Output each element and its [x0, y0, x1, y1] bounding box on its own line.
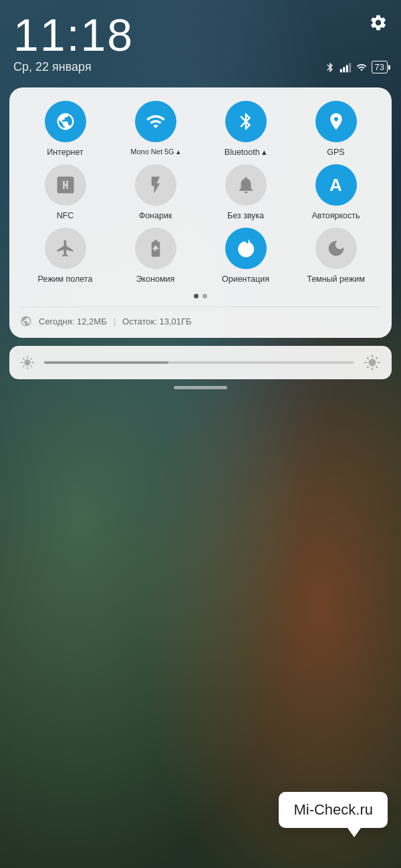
tile-gps[interactable]: GPS [291, 101, 381, 158]
tile-autobrightness-label: Автояркость [311, 211, 360, 221]
tile-battery-saver-circle [135, 228, 176, 269]
tile-gps-label: GPS [327, 148, 344, 158]
tile-nfc[interactable]: NFC [20, 164, 110, 221]
home-indicator [0, 386, 401, 389]
tile-airplane-label: Режим полета [38, 274, 93, 284]
tile-autobrightness[interactable]: A Автояркость [291, 164, 381, 221]
tile-internet-label: Интернет [47, 148, 84, 158]
page-dots [20, 294, 381, 298]
tile-silent[interactable]: Без звука [200, 164, 291, 221]
tile-flashlight-label: Фонарик [139, 211, 172, 221]
tile-wifi-circle [135, 101, 176, 142]
tile-airplane[interactable]: Режим полета [20, 228, 110, 284]
tile-flashlight-circle [135, 164, 176, 206]
dot-1 [194, 294, 198, 298]
tile-dark-mode-circle [315, 228, 357, 269]
tile-dark-mode[interactable]: Темный режим [291, 228, 381, 284]
tile-wifi-label: Mono Net 5G ▴ [130, 148, 180, 156]
brightness-fill [44, 361, 168, 364]
tile-wifi[interactable]: Mono Net 5G ▴ [110, 101, 200, 158]
tile-battery-saver[interactable]: Экономия [110, 228, 200, 284]
tiles-grid: Интернет Mono Net 5G ▴ Bluetooth ▴ [20, 101, 381, 284]
home-bar [174, 386, 227, 389]
bluetooth-status-icon [325, 62, 336, 73]
svg-rect-1 [343, 67, 345, 72]
tile-gps-circle [315, 101, 357, 142]
data-separator: | [114, 316, 116, 327]
watermark: Mi-Check.ru [279, 792, 388, 828]
brightness-track[interactable] [44, 361, 354, 364]
tile-internet-circle [45, 101, 86, 142]
tile-bluetooth-label: Bluetooth ▴ [225, 148, 267, 158]
svg-rect-0 [340, 69, 342, 72]
tile-internet[interactable]: Интернет [20, 101, 110, 158]
tile-rotation[interactable]: Ориентация [200, 228, 291, 284]
data-globe-icon [20, 315, 32, 327]
data-usage-row: Сегодня: 12,2МБ | Остаток: 13,01ГБ [20, 315, 381, 327]
tile-silent-circle [225, 164, 267, 206]
quick-settings-panel: Интернет Mono Net 5G ▴ Bluetooth ▴ [9, 87, 392, 338]
tile-rotation-label: Ориентация [222, 274, 269, 284]
brightness-high-icon [364, 354, 381, 371]
tile-silent-label: Без звука [227, 211, 264, 221]
tile-airplane-circle [45, 228, 86, 269]
remaining-data: Остаток: 13,01ГБ [122, 316, 191, 327]
clock: 11:18 [13, 12, 388, 57]
status-icons: 73 [325, 61, 388, 73]
today-data: Сегодня: 12,2МБ [39, 316, 107, 327]
tile-rotation-circle [225, 228, 267, 269]
status-bar: 11:18 Ср, 22 января 73 [0, 0, 401, 77]
wifi-status-icon [356, 62, 368, 73]
tile-flashlight[interactable]: Фонарик [110, 164, 200, 221]
battery-badge: 73 [372, 61, 388, 73]
tile-bluetooth[interactable]: Bluetooth ▴ [200, 101, 291, 158]
tile-dark-mode-label: Темный режим [307, 274, 365, 284]
tile-autobrightness-circle: A [315, 164, 357, 206]
tile-nfc-label: NFC [57, 211, 74, 221]
tile-bluetooth-circle [225, 101, 267, 142]
tile-nfc-circle [45, 164, 86, 206]
panel-divider [20, 306, 381, 307]
svg-rect-3 [349, 63, 351, 72]
date-text: Ср, 22 января [13, 60, 92, 74]
signal-icon [340, 62, 352, 73]
brightness-low-icon [20, 355, 35, 370]
brightness-slider-container[interactable] [9, 346, 392, 379]
dot-2 [203, 294, 207, 298]
svg-rect-2 [346, 65, 348, 72]
tile-battery-saver-label: Экономия [136, 274, 175, 284]
